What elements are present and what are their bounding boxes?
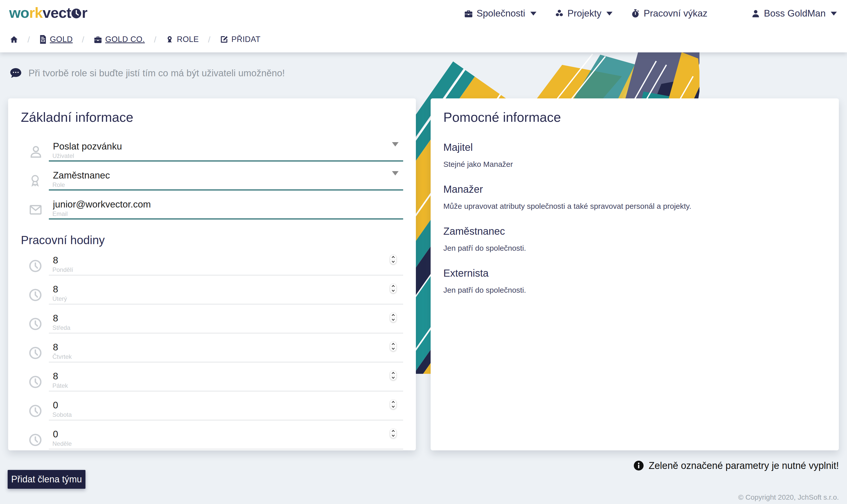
user-select-label: Uživatel bbox=[52, 152, 403, 159]
hours-row-wednesday: 8 Středa bbox=[21, 312, 403, 334]
main-nav: Společnosti Projekty Pracovní výkaz Boss… bbox=[464, 0, 837, 27]
quantity-stepper[interactable] bbox=[390, 399, 397, 409]
logo-part-teal: wo bbox=[9, 4, 29, 21]
user-icon bbox=[21, 144, 49, 161]
role-select-value: Zaměstnanec bbox=[53, 169, 403, 181]
nav-item-user-menu[interactable]: Boss GoldMan bbox=[751, 8, 837, 19]
clock-icon bbox=[21, 375, 49, 391]
quantity-stepper[interactable] bbox=[390, 342, 397, 351]
clock-icon bbox=[21, 346, 49, 362]
chevron-down-icon bbox=[530, 12, 537, 16]
clock-icon bbox=[21, 317, 49, 334]
hours-value[interactable]: 8 bbox=[53, 254, 403, 266]
hours-value[interactable]: 8 bbox=[53, 312, 403, 324]
notice-row: Při tvorbě role si buďte jistí tím co má… bbox=[10, 68, 285, 79]
hours-value[interactable]: 0 bbox=[53, 399, 403, 411]
hours-wednesday-field: 8 Středa bbox=[49, 312, 403, 334]
notice-text: Při tvorbě role si buďte jistí tím co má… bbox=[29, 68, 285, 78]
breadcrumb-home[interactable] bbox=[10, 35, 18, 44]
work-hours-title: Pracovní hodiny bbox=[21, 233, 403, 247]
required-note-text: Zeleně označené parametry je nutné vypln… bbox=[649, 460, 839, 471]
copyright-text: © Copyright 2020, JchSoft s.r.o. bbox=[738, 493, 839, 502]
breadcrumb-item-gold-co[interactable]: GOLD CO. bbox=[94, 35, 145, 44]
help-text-manazer: Může upravovat atributy společnosti a ta… bbox=[443, 201, 826, 211]
email-field-wrap: Email bbox=[49, 199, 403, 219]
nav-item-projects[interactable]: Projekty bbox=[555, 8, 613, 19]
hours-row-thursday: 8 Čtvrtek bbox=[21, 342, 403, 362]
help-info-card: Pomocné informace Majitel Stejné jako Ma… bbox=[431, 98, 839, 450]
hours-row-sunday: 0 Neděle bbox=[21, 429, 403, 449]
hours-thursday-field: 8 Čtvrtek bbox=[49, 342, 403, 362]
hours-label: Úterý bbox=[52, 295, 403, 302]
required-note: Zeleně označené parametry je nutné vypln… bbox=[633, 457, 839, 474]
logo-part-yellow: rk bbox=[29, 4, 43, 21]
award-icon bbox=[166, 35, 174, 44]
hours-sunday-field: 0 Neděle bbox=[49, 429, 403, 449]
hours-label: Sobota bbox=[52, 411, 403, 418]
email-field-label: Email bbox=[52, 210, 403, 217]
clock-icon bbox=[21, 404, 49, 420]
hours-monday-field: 8 Pondělí bbox=[49, 254, 403, 275]
hours-label: Neděle bbox=[52, 440, 403, 447]
hours-saturday-field: 0 Sobota bbox=[49, 399, 403, 420]
breadcrumb-label: PŘIDAT bbox=[232, 35, 260, 44]
role-select-label: Role bbox=[52, 181, 403, 188]
briefcase-icon bbox=[464, 9, 473, 18]
home-icon bbox=[10, 35, 18, 44]
help-heading-majitel: Majitel bbox=[443, 142, 826, 153]
stopwatch-icon bbox=[631, 9, 640, 18]
card-title: Pomocné informace bbox=[443, 110, 826, 125]
clock-logo-icon bbox=[70, 7, 82, 19]
logo-part-navy-tail: r bbox=[82, 4, 87, 21]
quantity-stepper[interactable] bbox=[390, 284, 397, 293]
breadcrumb-item-gold[interactable]: GOLD bbox=[39, 35, 73, 44]
breadcrumb-item-pridat: PŘIDAT bbox=[220, 35, 260, 44]
breadcrumb-separator: / bbox=[154, 35, 157, 44]
nav-label: Pracovní výkaz bbox=[644, 8, 707, 19]
breadcrumb-label: ROLE bbox=[177, 35, 199, 44]
field-row-user: Poslat pozvánku Uživatel bbox=[21, 141, 403, 161]
hours-value[interactable]: 8 bbox=[53, 284, 403, 295]
caret-down-icon bbox=[392, 142, 399, 146]
breadcrumb-label: GOLD CO. bbox=[105, 35, 145, 44]
email-field[interactable] bbox=[53, 199, 368, 210]
workvector-logo[interactable]: workvectr bbox=[9, 4, 87, 21]
help-text-zamestnanec: Jen patří do společnosti. bbox=[443, 243, 826, 253]
file-invoice-icon bbox=[39, 35, 47, 44]
hours-value[interactable]: 8 bbox=[53, 371, 403, 382]
hours-value[interactable]: 0 bbox=[53, 429, 403, 440]
nav-item-timesheet[interactable]: Pracovní výkaz bbox=[631, 8, 707, 19]
help-heading-externista: Externista bbox=[443, 268, 826, 279]
role-select[interactable]: Zaměstnanec Role bbox=[49, 169, 403, 191]
field-row-role: Zaměstnanec Role bbox=[21, 169, 403, 191]
hours-value[interactable]: 8 bbox=[53, 342, 403, 353]
hours-tuesday-field: 8 Úterý bbox=[49, 284, 403, 304]
quantity-stepper[interactable] bbox=[390, 371, 397, 380]
field-row-email: Email bbox=[21, 199, 403, 219]
caret-down-icon bbox=[392, 171, 399, 176]
breadcrumb-label: GOLD bbox=[50, 35, 73, 44]
award-icon bbox=[21, 173, 49, 191]
cubes-icon bbox=[555, 9, 564, 18]
breadcrumb-separator: / bbox=[208, 35, 211, 44]
nav-item-companies[interactable]: Společnosti bbox=[464, 8, 537, 19]
nav-label: Projekty bbox=[567, 8, 601, 19]
card-title: Základní informace bbox=[21, 110, 403, 125]
quantity-stepper[interactable] bbox=[390, 312, 397, 322]
hours-row-tuesday: 8 Úterý bbox=[21, 284, 403, 304]
nav-label: Společnosti bbox=[477, 8, 525, 19]
header: workvectr Společnosti Projekty Pracovní … bbox=[0, 0, 847, 52]
user-select[interactable]: Poslat pozvánku Uživatel bbox=[49, 141, 403, 161]
quantity-stepper[interactable] bbox=[390, 254, 397, 264]
clock-icon bbox=[21, 259, 49, 275]
quantity-stepper[interactable] bbox=[390, 429, 397, 438]
basic-info-card: Základní informace Poslat pozvánku Uživa… bbox=[8, 98, 416, 450]
help-text-majitel: Stejné jako Manažer bbox=[443, 159, 826, 169]
chevron-down-icon bbox=[831, 12, 837, 16]
comment-icon bbox=[10, 68, 22, 79]
user-icon bbox=[751, 9, 760, 18]
breadcrumb-item-role: ROLE bbox=[166, 35, 199, 44]
hours-row-friday: 8 Pátek bbox=[21, 371, 403, 391]
breadcrumb-separator: / bbox=[28, 35, 30, 44]
add-team-member-button[interactable]: Přidat člena týmu bbox=[7, 470, 86, 489]
